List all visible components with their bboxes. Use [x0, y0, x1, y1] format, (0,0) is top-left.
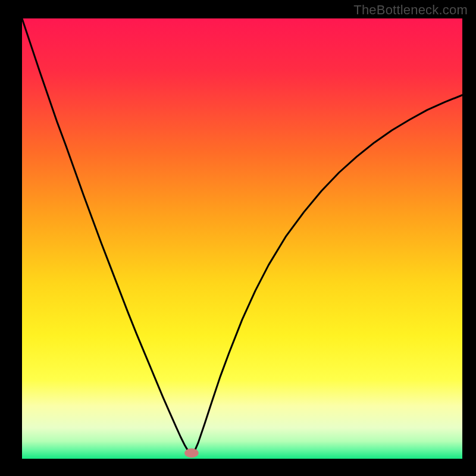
bottleneck-chart	[22, 18, 462, 459]
plot-area	[22, 18, 462, 459]
chart-frame: TheBottleneck.com	[0, 0, 476, 476]
watermark-text: TheBottleneck.com	[353, 2, 468, 18]
gradient-background	[22, 18, 462, 459]
minimum-marker	[184, 449, 199, 458]
